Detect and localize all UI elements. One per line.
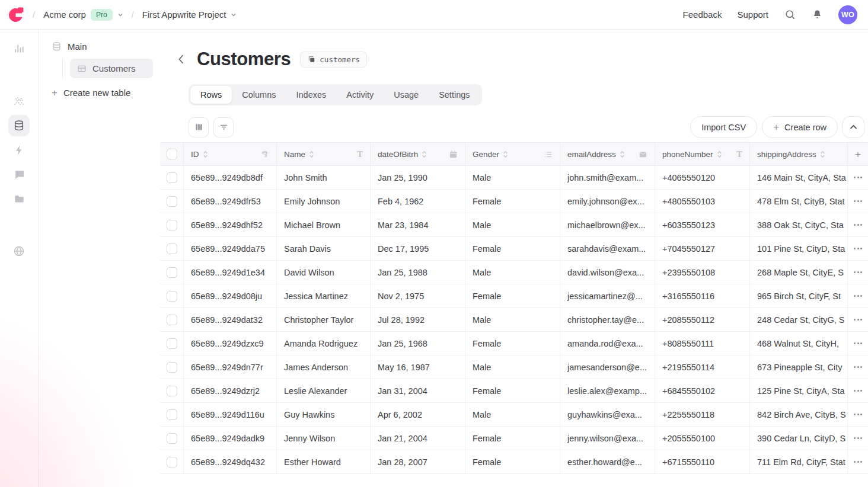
cell-shippingaddress: 478 Elm St, CityB, Stat	[750, 190, 848, 213]
row-actions-cell	[848, 166, 868, 189]
row-checkbox[interactable]	[167, 291, 177, 302]
column-header-name[interactable]: Name T	[277, 143, 371, 165]
metrics-icon[interactable]	[8, 38, 30, 59]
org-switcher[interactable]: Acme corp Pro	[43, 9, 123, 21]
column-header-dateofbitrh[interactable]: dateOfBitrh	[371, 143, 465, 165]
row-select-cell	[160, 261, 184, 284]
table-body: 65e89...9249db8df John Smith Jan 25, 199…	[160, 166, 868, 474]
tab-columns[interactable]: Columns	[232, 86, 286, 104]
row-more-icon[interactable]	[851, 315, 864, 324]
cell-id: 65e89...9249dadk9	[184, 427, 277, 450]
table-id-chip[interactable]: customers	[300, 52, 367, 68]
table-row[interactable]: 65e89...9249dzxc9 Amanda Rodriguez Jan 2…	[160, 332, 868, 355]
tab-activity[interactable]: Activity	[336, 86, 384, 104]
row-select-cell	[160, 332, 184, 355]
row-actions-cell	[848, 284, 868, 307]
filters-icon[interactable]	[213, 117, 234, 137]
table-row[interactable]: 65e89...9249d1e34 David Wilson Jan 25, 1…	[160, 261, 868, 284]
messaging-icon[interactable]	[8, 164, 30, 185]
support-link[interactable]: Support	[737, 9, 768, 20]
row-more-icon[interactable]	[851, 457, 864, 466]
tree-table-customers[interactable]: Customers	[70, 59, 153, 78]
column-header-shippingaddress[interactable]: shippingAddress	[750, 143, 848, 165]
row-more-icon[interactable]	[851, 291, 864, 300]
create-table-button[interactable]: + Create new table	[47, 82, 153, 104]
row-checkbox[interactable]	[167, 196, 177, 207]
row-more-icon[interactable]	[851, 386, 864, 395]
row-more-icon[interactable]	[851, 339, 864, 348]
cell-id: 65e89...9249d116u	[184, 403, 277, 426]
table-row[interactable]: 65e89...9249dadk9 Jenny Wilson Jan 21, 2…	[160, 427, 868, 450]
row-more-icon[interactable]	[851, 268, 864, 277]
row-select-cell	[160, 213, 184, 236]
column-header-emailaddress[interactable]: emailAddress	[560, 143, 655, 165]
select-all-checkbox[interactable]	[167, 149, 177, 159]
column-header-gender[interactable]: Gender	[465, 143, 560, 165]
row-checkbox[interactable]	[167, 409, 177, 420]
functions-icon[interactable]	[8, 139, 30, 161]
row-more-icon[interactable]	[851, 173, 864, 182]
back-button[interactable]	[174, 53, 187, 66]
tab-usage[interactable]: Usage	[384, 86, 429, 104]
row-more-icon[interactable]	[851, 197, 864, 206]
table-row[interactable]: 65e89...9249dq432 Esther Howard Jan 28, …	[160, 450, 868, 474]
table-row[interactable]: 65e89...9249dat32 Christopher Taylor Jul…	[160, 308, 868, 332]
create-table-label: Create new table	[63, 88, 130, 98]
row-more-icon[interactable]	[851, 220, 864, 229]
tab-rows[interactable]: Rows	[190, 86, 232, 104]
row-checkbox[interactable]	[167, 457, 177, 467]
row-checkbox[interactable]	[167, 433, 177, 444]
row-more-icon[interactable]	[851, 363, 864, 371]
bell-icon[interactable]	[811, 9, 823, 21]
row-checkbox[interactable]	[167, 362, 177, 373]
chevron-up-icon[interactable]	[843, 116, 864, 138]
import-csv-button[interactable]: Import CSV	[690, 116, 757, 138]
create-row-button[interactable]: + Create row	[762, 116, 838, 138]
tab-indexes[interactable]: Indexes	[286, 86, 336, 104]
tree-database-main[interactable]: Main	[47, 37, 153, 56]
row-checkbox[interactable]	[167, 220, 177, 230]
cell-name: John Smith	[277, 166, 371, 189]
search-icon[interactable]	[784, 9, 796, 21]
row-checkbox[interactable]	[167, 244, 177, 254]
table-row[interactable]: 65e89...9249dfr53 Emily Johnson Feb 4, 1…	[160, 190, 868, 213]
table-row[interactable]: 65e89...9249dzrj2 Leslie Alexander Jan 3…	[160, 379, 868, 403]
columns-view-icon[interactable]	[189, 117, 209, 137]
table-row[interactable]: 65e89...9249dn77r James Anderson May 16,…	[160, 355, 868, 379]
breadcrumb-separator: /	[132, 9, 134, 20]
feedback-link[interactable]: Feedback	[683, 9, 722, 20]
row-more-icon[interactable]	[851, 410, 864, 419]
import-csv-label: Import CSV	[701, 123, 746, 132]
storage-icon[interactable]	[8, 188, 30, 209]
auth-users-icon[interactable]	[8, 91, 30, 112]
table-row[interactable]: 65e89...9249dda75 Sarah Davis Dec 17, 19…	[160, 237, 868, 261]
tab-settings[interactable]: Settings	[429, 86, 480, 104]
row-more-icon[interactable]	[851, 244, 864, 253]
column-header-phonenumber[interactable]: phoneNumber T	[655, 143, 750, 165]
page-header: Customers customers	[174, 49, 864, 70]
cell-phonenumber: +6035550123	[655, 213, 750, 236]
duplicate-icon	[307, 55, 315, 63]
row-checkbox[interactable]	[167, 267, 177, 278]
user-avatar[interactable]: WO	[838, 5, 857, 24]
table-row[interactable]: 65e89...9249db8df John Smith Jan 25, 199…	[160, 166, 868, 190]
row-checkbox[interactable]	[167, 172, 177, 183]
row-checkbox[interactable]	[167, 315, 177, 325]
table-row[interactable]: 65e89...9249d116u Guy Hawkins Apr 6, 200…	[160, 403, 868, 427]
table-row[interactable]: 65e89...9249d08ju Jessica Martinez Nov 2…	[160, 284, 868, 308]
cell-gender: Female	[465, 332, 560, 355]
appwrite-logo-icon[interactable]	[8, 7, 24, 23]
cell-gender: Female	[465, 237, 560, 260]
row-checkbox[interactable]	[167, 386, 177, 396]
network-icon[interactable]	[8, 241, 30, 262]
add-column-button[interactable]: +	[848, 143, 868, 165]
row-checkbox[interactable]	[167, 338, 177, 349]
project-switcher[interactable]: First Appwrite Project	[142, 9, 237, 20]
databases-icon[interactable]	[8, 115, 30, 136]
row-more-icon[interactable]	[851, 434, 864, 443]
rows-table: ID Name T dateOfBitrh	[160, 142, 868, 487]
column-header-id[interactable]: ID	[184, 143, 277, 165]
topbar-actions: Feedback Support WO	[683, 5, 857, 24]
table-row[interactable]: 65e89...9249dhf52 Michael Brown Mar 23, …	[160, 213, 868, 237]
org-name: Acme corp	[43, 9, 86, 20]
